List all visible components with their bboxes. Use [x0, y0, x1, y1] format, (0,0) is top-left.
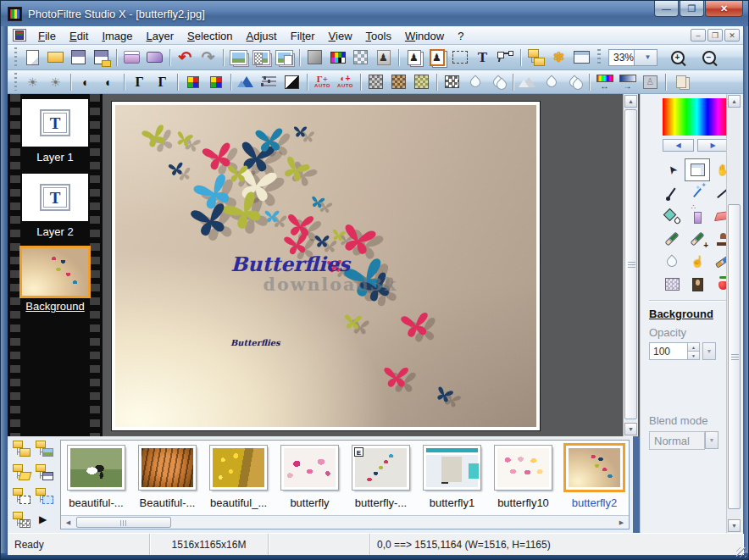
filmstrip-item-butterfly10[interactable]: butterfly10	[495, 446, 552, 509]
menu-[interactable]: ?	[451, 28, 470, 44]
mdi-restore-button[interactable]: ❐	[707, 29, 723, 42]
levels-button[interactable]	[258, 72, 280, 92]
layer-thumbnail[interactable]: T	[22, 99, 88, 147]
panel-scroll-up-icon[interactable]: ▲	[728, 95, 741, 108]
maximize-button[interactable]: ❐	[680, 1, 704, 17]
sdrop-button[interactable]	[540, 72, 563, 92]
conm-button[interactable]	[75, 72, 97, 92]
filmstrip-item-beautiful[interactable]: beautiful_...	[210, 446, 267, 509]
thumbnail-image[interactable]	[139, 446, 196, 490]
flower-button[interactable]	[547, 47, 570, 68]
filmstrip-item-butterfly1[interactable]: butterfly1	[424, 446, 480, 509]
smudge-tool[interactable]	[685, 250, 710, 273]
spray-tool[interactable]	[685, 204, 710, 227]
ftree-button[interactable]	[524, 47, 547, 68]
autoc-button[interactable]	[334, 72, 357, 92]
explorer-play-button[interactable]	[34, 511, 54, 530]
g1-button[interactable]	[364, 72, 387, 92]
layer-thumbnail[interactable]: T	[22, 174, 88, 221]
blend-dropdown-icon[interactable]: ▼	[705, 431, 718, 449]
gamm-button[interactable]	[128, 72, 151, 92]
panel-vertical-scrollbar[interactable]: ▲ ▼	[726, 94, 741, 533]
modwin-button[interactable]	[570, 47, 593, 68]
zoom-select[interactable]: 33% ▼	[608, 49, 657, 66]
graysq-button[interactable]	[303, 47, 326, 68]
menu-adjust[interactable]: Adjust	[240, 28, 284, 44]
filmstrip-item-butterfly[interactable]: Ebutterfly-...	[352, 446, 409, 509]
hist-button[interactable]	[235, 72, 258, 92]
save-button[interactable]	[67, 47, 90, 68]
layer-item-layer1[interactable]: TLayer 1	[22, 99, 88, 164]
opacity-dropdown-icon[interactable]: ▼	[702, 342, 716, 360]
neg-button[interactable]	[280, 72, 303, 92]
relief-button[interactable]	[639, 72, 662, 92]
layerw-button[interactable]	[402, 47, 425, 68]
thumbnail-image[interactable]	[281, 446, 338, 490]
active-layer-link[interactable]: Background	[649, 308, 713, 320]
zoom-dropdown-arrow-icon[interactable]: ▼	[634, 50, 657, 65]
menu-view[interactable]: View	[322, 28, 359, 44]
menu-window[interactable]: Window	[398, 28, 451, 44]
mdi-close-button[interactable]: ✕	[724, 29, 740, 42]
layer-thumbnail[interactable]	[22, 248, 88, 296]
saveas-button[interactable]	[90, 47, 113, 68]
menu-edit[interactable]: Edit	[63, 28, 95, 44]
scroll-up-icon[interactable]: ▲	[624, 95, 637, 108]
satm-button[interactable]	[181, 72, 204, 92]
document-icon[interactable]	[13, 29, 26, 42]
layer-item-layer2[interactable]: TLayer 2	[22, 174, 88, 238]
scroll-down-icon[interactable]: ▼	[624, 423, 637, 435]
minimize-button[interactable]: —	[654, 1, 679, 17]
menu-tools[interactable]: Tools	[359, 28, 398, 44]
panel-scroll-down-icon[interactable]: ▼	[728, 519, 741, 532]
gamp-button[interactable]	[151, 72, 174, 92]
explorer-new-button[interactable]	[11, 440, 31, 458]
image-document[interactable]: Butterflies download3k Butterflies	[112, 102, 540, 430]
filmstrip-item-butterfly[interactable]: butterfly	[281, 446, 338, 509]
checker-button[interactable]	[349, 47, 372, 68]
open-button[interactable]	[44, 47, 67, 68]
filmstrip-scrollbar[interactable]: ◀ ▶	[61, 515, 629, 529]
filmstrip-item-butterfly2[interactable]: butterfly2	[566, 446, 623, 509]
scroll-right-icon[interactable]: ▶	[615, 517, 628, 528]
opacity-input[interactable]: 100	[649, 342, 688, 360]
pointer-tool[interactable]	[659, 158, 685, 181]
dith-button[interactable]	[441, 72, 463, 92]
drop-button[interactable]	[463, 72, 486, 92]
explorer-save-button[interactable]	[34, 463, 54, 482]
close-button[interactable]: ✕	[705, 1, 743, 17]
menu-layer[interactable]: Layer	[140, 28, 181, 44]
menu-filter[interactable]: Filter	[284, 28, 322, 44]
thumbnail-image[interactable]	[424, 446, 480, 490]
panel-scroll-thumb[interactable]	[728, 204, 741, 509]
fade-button[interactable]	[616, 72, 639, 92]
manager-tool[interactable]	[685, 158, 710, 181]
brushp-tool[interactable]	[685, 227, 710, 250]
menu-image[interactable]: Image	[95, 28, 139, 44]
sharp-button[interactable]	[517, 72, 540, 92]
thumbnail-image[interactable]	[68, 446, 125, 490]
blend-mode-select[interactable]: Normal	[649, 431, 705, 450]
explorer-img-button[interactable]	[34, 440, 54, 458]
opacity-stepper[interactable]: ▲▼	[688, 342, 700, 360]
color-prev-button[interactable]: ◀	[663, 139, 694, 152]
drop2-button[interactable]	[486, 72, 509, 92]
brim-button[interactable]	[21, 72, 44, 92]
menu-file[interactable]: File	[31, 28, 63, 44]
filmstrip-item-beautiful[interactable]: beautiful-...	[68, 446, 125, 509]
mdi-minimize-button[interactable]: –	[691, 29, 706, 42]
text-button[interactable]	[471, 47, 494, 68]
photo-button[interactable]	[227, 47, 250, 68]
explorer-sel2-button[interactable]	[34, 487, 54, 506]
brip-button[interactable]	[44, 72, 67, 92]
g2-button[interactable]	[387, 72, 410, 92]
color-spectrum-picker[interactable]	[663, 98, 729, 136]
canvas-vertical-scrollbar[interactable]: ▲ ▼	[623, 94, 638, 436]
undo-button[interactable]	[174, 47, 197, 68]
blur-tool[interactable]	[659, 250, 685, 273]
thumbnail-image[interactable]: E	[352, 446, 409, 490]
figure-button[interactable]	[372, 47, 395, 68]
zoom-in-button[interactable]	[666, 47, 689, 68]
pipette-tool[interactable]	[659, 181, 685, 204]
scan-button[interactable]	[143, 47, 166, 68]
